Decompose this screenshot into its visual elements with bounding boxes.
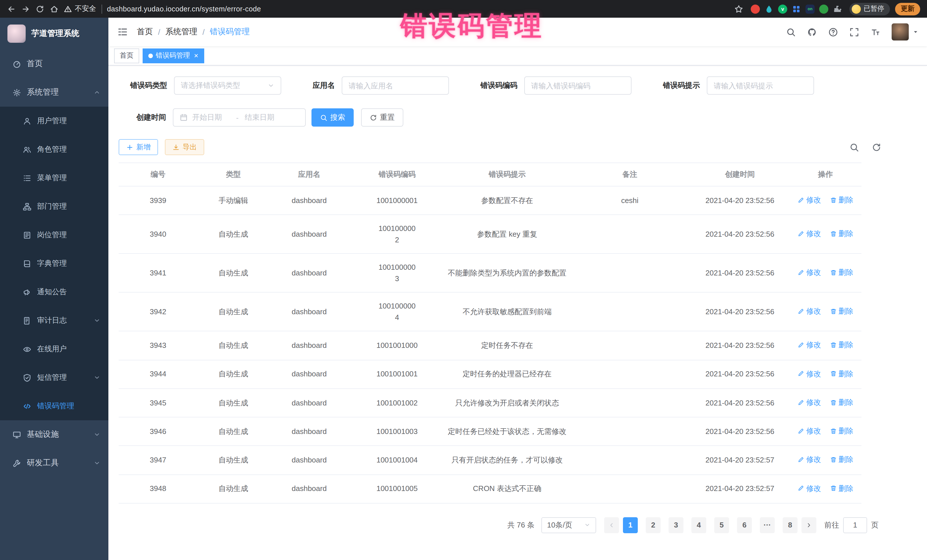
edit-link[interactable]: 修改 — [798, 425, 821, 437]
trash-icon — [830, 269, 837, 276]
pagination-page-1[interactable]: 1 — [623, 517, 638, 533]
collapse-menu-icon[interactable] — [117, 27, 128, 37]
help-icon[interactable] — [828, 27, 838, 37]
delete-link[interactable]: 删除 — [830, 368, 853, 379]
sidebar-item[interactable]: 首页 — [0, 50, 108, 78]
date-range-picker[interactable]: 开始日期 - 结束日期 — [173, 108, 306, 127]
edit-link[interactable]: 修改 — [798, 267, 821, 278]
column-header: 创建时间 — [690, 163, 790, 186]
app-name-field[interactable] — [342, 76, 449, 95]
pagination-page-2[interactable]: 2 — [646, 517, 661, 533]
error-hint-input[interactable] — [714, 81, 807, 90]
pagination-ellipsis[interactable]: ··· — [760, 517, 775, 533]
edit-link[interactable]: 修改 — [798, 228, 821, 239]
breadcrumb-system[interactable]: 系统管理 — [166, 27, 198, 37]
sidebar-item[interactable]: 系统管理 — [0, 78, 108, 107]
edit-link[interactable]: 修改 — [798, 454, 821, 465]
sidebar-item[interactable]: 用户管理 — [0, 107, 108, 135]
delete-link[interactable]: 删除 — [830, 483, 853, 494]
next-page-button[interactable] — [801, 517, 816, 533]
error-type-select[interactable]: 请选择错误码类型 — [174, 76, 281, 95]
add-button[interactable]: 新增 — [119, 139, 158, 155]
edit-link[interactable]: 修改 — [798, 194, 821, 206]
delete-link[interactable]: 删除 — [830, 228, 853, 239]
delete-link[interactable]: 删除 — [830, 454, 853, 465]
cell-code: 1001001004 — [349, 446, 445, 475]
sidebar-item[interactable]: 部门管理 — [0, 192, 108, 221]
sidebar-item[interactable]: 错误码管理 — [0, 392, 108, 420]
sidebar-item[interactable]: 字典管理 — [0, 249, 108, 278]
github-icon[interactable] — [807, 27, 817, 37]
edit-link[interactable]: 修改 — [798, 397, 821, 408]
update-button[interactable]: 更新 — [895, 3, 920, 15]
edit-link[interactable]: 修改 — [798, 368, 821, 379]
prev-page-button[interactable] — [604, 517, 619, 533]
pagination-page-6[interactable]: 6 — [737, 517, 752, 533]
browser-home-icon[interactable] — [50, 4, 59, 14]
delete-link[interactable]: 删除 — [830, 425, 853, 437]
security-warning[interactable]: 不安全 — [64, 4, 96, 14]
pagination-page-4[interactable]: 4 — [691, 517, 706, 533]
sidebar-item[interactable]: 在线用户 — [0, 335, 108, 363]
address-url[interactable]: dashboard.yudao.iocoder.cn/system/error-… — [107, 5, 261, 13]
error-code-input[interactable] — [531, 81, 625, 90]
goto-page-input[interactable] — [843, 517, 867, 533]
extension-record-icon[interactable] — [751, 4, 760, 14]
reset-button[interactable]: 重置 — [361, 108, 403, 127]
sidebar-item[interactable]: 菜单管理 — [0, 164, 108, 192]
extension-check-icon[interactable]: v — [778, 4, 787, 14]
sidebar-item[interactable]: 角色管理 — [0, 135, 108, 164]
caret-down-icon[interactable] — [912, 29, 919, 35]
extension-drop-icon[interactable] — [764, 4, 774, 14]
error-hint-field[interactable] — [707, 76, 814, 95]
sidebar-item[interactable]: 研发工具 — [0, 449, 108, 477]
sidebar-item-label: 在线用户 — [37, 344, 67, 354]
browser-reload-icon[interactable] — [35, 4, 44, 14]
breadcrumb-separator: / — [202, 27, 205, 36]
pagination-page-5[interactable]: 5 — [714, 517, 729, 533]
paused-badge[interactable]: 已暂停 — [849, 3, 890, 15]
extension-grid-icon[interactable] — [792, 4, 801, 14]
sidebar-item[interactable]: 岗位管理 — [0, 221, 108, 249]
delete-link[interactable]: 删除 — [830, 267, 853, 278]
app-logo[interactable]: 芋道管理系统 — [0, 18, 108, 50]
tab-error-code[interactable]: 错误码管理 × — [143, 48, 204, 63]
error-code-field[interactable] — [524, 76, 632, 95]
close-tab-icon[interactable]: × — [194, 52, 198, 59]
sidebar-item[interactable]: 审计日志 — [0, 306, 108, 335]
show-search-icon[interactable] — [849, 142, 859, 152]
filter-label-app: 应用名 — [313, 80, 335, 91]
user-avatar[interactable] — [892, 23, 909, 41]
delete-link[interactable]: 删除 — [830, 340, 853, 351]
export-button[interactable]: 导出 — [165, 139, 204, 155]
sidebar-item[interactable]: 通知公告 — [0, 278, 108, 306]
trash-icon — [830, 485, 837, 492]
breadcrumb-home[interactable]: 首页 — [137, 27, 153, 37]
font-size-icon[interactable] — [871, 27, 880, 37]
delete-link[interactable]: 删除 — [830, 194, 853, 206]
sidebar-item[interactable]: 短信管理 — [0, 363, 108, 392]
fullscreen-icon[interactable] — [849, 27, 859, 37]
delete-link[interactable]: 删除 — [830, 306, 853, 317]
header-search-icon[interactable] — [786, 27, 796, 37]
pagination-page-8[interactable]: 8 — [783, 517, 798, 533]
refresh-table-icon[interactable] — [872, 142, 881, 152]
search-button[interactable]: 搜索 — [312, 108, 354, 127]
extension-leaf-icon[interactable] — [819, 4, 828, 14]
page-size-select[interactable]: 10条/页 — [541, 517, 596, 533]
edit-icon — [798, 370, 804, 377]
browser-back-icon[interactable] — [7, 4, 16, 14]
cell-time: 2021-04-20 23:52:56 — [690, 360, 790, 389]
tab-home[interactable]: 首页 — [114, 48, 139, 63]
pagination-page-3[interactable]: 3 — [669, 517, 684, 533]
sidebar-item[interactable]: 基础设施 — [0, 420, 108, 449]
app-name-input[interactable] — [348, 81, 442, 90]
browser-forward-icon[interactable] — [21, 4, 30, 14]
edit-link[interactable]: 修改 — [798, 340, 821, 351]
edit-link[interactable]: 修改 — [798, 306, 821, 317]
extension-on-icon[interactable]: on — [805, 4, 815, 14]
edit-link[interactable]: 修改 — [798, 483, 821, 494]
extension-puzzle-icon[interactable] — [833, 4, 842, 14]
delete-link[interactable]: 删除 — [830, 397, 853, 408]
bookmark-star-icon[interactable] — [734, 4, 743, 14]
